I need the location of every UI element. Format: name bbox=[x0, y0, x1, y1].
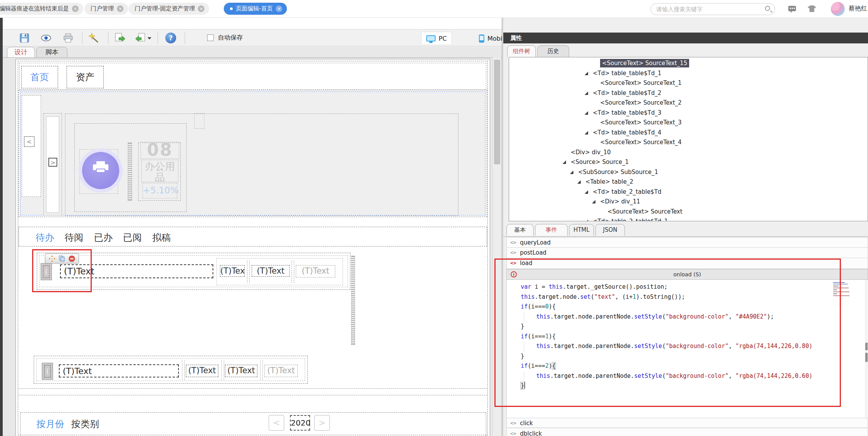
code-line[interactable]: } bbox=[521, 322, 868, 332]
tree-item[interactable]: <SourceText> SourceText_1 bbox=[509, 78, 868, 88]
tree-expand-icon[interactable] bbox=[592, 197, 600, 207]
tree-item[interactable]: <Td> table_table$Td_2 bbox=[509, 88, 868, 98]
tree-expand-icon[interactable] bbox=[577, 177, 585, 187]
list-tab-read[interactable]: 已阅 bbox=[123, 231, 142, 244]
row1-text-field[interactable]: (T)Text bbox=[60, 264, 213, 278]
scrollbar-thumb[interactable] bbox=[865, 343, 868, 350]
tree-item[interactable]: <Source> Source_1 bbox=[509, 157, 868, 167]
row1-col2[interactable]: (T)Text bbox=[252, 265, 290, 277]
page-tab-home[interactable]: 首页 bbox=[21, 66, 58, 88]
carousel-prev-button[interactable]: < bbox=[24, 136, 34, 147]
tree-item[interactable]: <SubSource> SubSource_1 bbox=[509, 167, 868, 178]
browser-tab-1[interactable]: 编辑器痕迹在流转结束后是 × bbox=[0, 3, 83, 15]
tree-expand-icon[interactable] bbox=[585, 187, 593, 197]
code-line[interactable]: var i = this.target._getSource().positio… bbox=[521, 282, 868, 292]
tree-item[interactable]: <SourceText> SourceText_15 bbox=[509, 59, 868, 69]
tab-component-tree[interactable]: 组件树 bbox=[507, 45, 536, 57]
tree-item[interactable]: <Div> div_11 bbox=[509, 197, 868, 207]
close-icon[interactable]: × bbox=[72, 5, 79, 12]
search-input[interactable] bbox=[656, 4, 757, 14]
username[interactable]: 蔡艳红 bbox=[849, 5, 867, 13]
year-value[interactable]: 2020 bbox=[290, 415, 310, 431]
canvas-scrollbar[interactable] bbox=[492, 57, 501, 436]
tree-item[interactable]: <Td> table_table$Td_4 bbox=[509, 128, 868, 138]
print-icon[interactable] bbox=[63, 33, 74, 43]
row1-col3[interactable]: (T)Text bbox=[296, 265, 335, 277]
event-row-dblclick[interactable]: <> dblclick bbox=[506, 429, 868, 436]
list-tab-done[interactable]: 已办 bbox=[94, 231, 113, 244]
tree-item[interactable]: <Td> table_2_table$Td_1 bbox=[509, 217, 868, 221]
theme-icon[interactable] bbox=[808, 5, 816, 12]
tree-item[interactable]: <Div> div_10 bbox=[509, 148, 868, 158]
tree-item[interactable]: <SourceText> SourceText_4 bbox=[509, 138, 868, 148]
row2-sourcetext-cell[interactable]: ( bbox=[42, 363, 53, 380]
printer-badge-icon[interactable] bbox=[82, 152, 119, 189]
tree-item[interactable]: <SourceText> SourceText bbox=[509, 207, 868, 217]
selected-sourcetext-cell[interactable]: ( bbox=[41, 263, 52, 280]
row1-col1[interactable]: (T)Text bbox=[220, 265, 245, 277]
code-line[interactable]: this.target.node.parentNode.setStyle("ba… bbox=[521, 312, 868, 322]
move-icon[interactable] bbox=[49, 255, 55, 262]
stat-percent[interactable]: +5.10% bbox=[142, 183, 177, 198]
tab-json[interactable]: JSON bbox=[595, 224, 625, 236]
magic-wand-icon[interactable] bbox=[89, 33, 99, 43]
tree-item[interactable]: <Td> table_table$Td_3 bbox=[509, 108, 868, 118]
import-dropdown-icon[interactable] bbox=[148, 37, 151, 40]
list-tab-toread[interactable]: 待阅 bbox=[65, 231, 83, 244]
list-tab-draft[interactable]: 拟稿 bbox=[152, 231, 171, 244]
tab-by-category[interactable]: 按类别 bbox=[71, 418, 99, 430]
event-row-queryload[interactable]: <> queryLoad bbox=[506, 237, 868, 248]
browser-tab-3[interactable]: 门户管理-固定资产管理 × bbox=[129, 3, 209, 15]
code-editor[interactable]: var i = this.target._getSource().positio… bbox=[506, 280, 868, 423]
scrollbar-thumb[interactable] bbox=[865, 353, 868, 362]
preview-eye-icon[interactable] bbox=[41, 33, 51, 43]
save-icon[interactable] bbox=[19, 33, 30, 43]
code-line[interactable]: if(i===0){ bbox=[521, 302, 868, 312]
code-line[interactable]: this.target.node.parentNode.setStyle("ba… bbox=[521, 341, 868, 352]
import-icon[interactable] bbox=[135, 33, 146, 43]
page-tab-asset[interactable]: 资产 bbox=[67, 66, 104, 88]
tab-history[interactable]: 历史 bbox=[537, 45, 569, 57]
avatar[interactable] bbox=[831, 2, 845, 16]
year-next-button[interactable]: > bbox=[314, 415, 330, 431]
list-tab-todo[interactable]: 待办 bbox=[36, 231, 54, 244]
info-icon[interactable] bbox=[511, 271, 517, 277]
search-icon[interactable] bbox=[765, 6, 770, 11]
tree-item[interactable]: <SourceText> SourceText_3 bbox=[509, 118, 868, 128]
export-icon[interactable] bbox=[114, 33, 125, 43]
delete-icon[interactable] bbox=[69, 255, 75, 262]
tree-expand-icon[interactable] bbox=[563, 157, 571, 167]
tab-events[interactable]: 事件 bbox=[535, 224, 568, 236]
vertical-divider-handle[interactable] bbox=[128, 143, 132, 201]
tab-script[interactable]: 脚本 bbox=[36, 47, 67, 57]
event-row-postload[interactable]: <> postLoad bbox=[506, 248, 868, 258]
row2-col3[interactable]: (T)Text bbox=[264, 365, 298, 377]
stat-value[interactable]: 08 bbox=[141, 142, 179, 159]
help-icon[interactable]: ? bbox=[165, 33, 176, 43]
scrollbar-thumb[interactable] bbox=[494, 60, 500, 164]
event-row-load[interactable]: <> load bbox=[506, 258, 868, 269]
tree-item[interactable]: <SourceText> SourceText_2 bbox=[509, 98, 868, 108]
pc-mode-button[interactable]: PC bbox=[421, 32, 452, 45]
tree-expand-icon[interactable] bbox=[585, 88, 593, 98]
code-line[interactable]: this.target.node.set("text", (i+1).toStr… bbox=[521, 292, 868, 302]
code-line[interactable]: if(i===1){ bbox=[521, 332, 868, 342]
tab-html[interactable]: HTML bbox=[569, 224, 594, 236]
row2-text-field[interactable]: (T)Text bbox=[59, 364, 179, 377]
autosave-checkbox[interactable] bbox=[207, 34, 214, 41]
tree-expand-icon[interactable] bbox=[570, 167, 578, 178]
code-scrollbar[interactable] bbox=[865, 280, 868, 423]
message-icon[interactable] bbox=[788, 6, 796, 11]
event-row-click[interactable]: <> click bbox=[506, 418, 868, 428]
browser-tab-active[interactable]: 页面编辑-首页 × bbox=[224, 3, 287, 15]
tree-expand-icon[interactable] bbox=[585, 108, 593, 118]
tree-item[interactable]: <Td> table_2_table$Td bbox=[509, 187, 868, 197]
code-line[interactable]: } bbox=[521, 381, 868, 391]
tab-basic[interactable]: 基本 bbox=[506, 224, 533, 236]
year-prev-button[interactable]: < bbox=[269, 415, 284, 431]
panel-expand-button[interactable]: > bbox=[48, 158, 57, 167]
close-icon[interactable]: × bbox=[117, 5, 124, 12]
row2-col1[interactable]: (T)Text bbox=[186, 365, 218, 377]
code-line[interactable]: if(i===2){ bbox=[521, 361, 868, 371]
row2-col2[interactable]: (T)Text bbox=[225, 365, 257, 377]
